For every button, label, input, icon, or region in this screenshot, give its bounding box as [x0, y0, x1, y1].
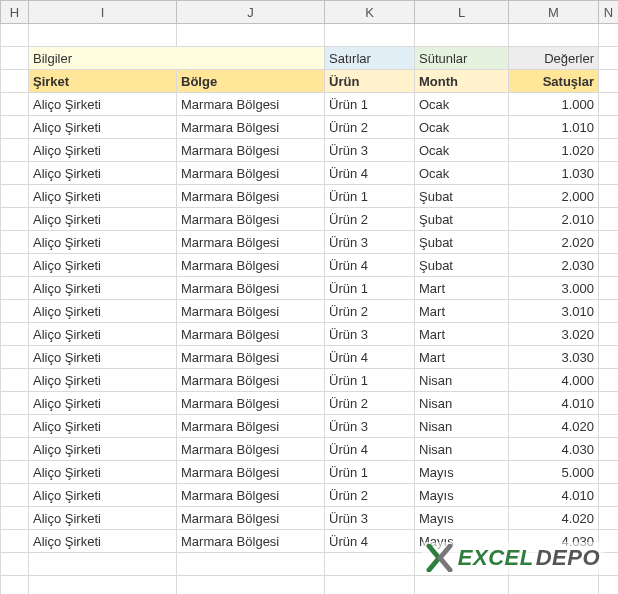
cell[interactable] [599, 93, 619, 116]
cell-satuslar[interactable]: 4.030 [509, 438, 599, 461]
cell-month[interactable]: Şubat [415, 231, 509, 254]
cell-sirket[interactable]: Aliço Şirketi [29, 185, 177, 208]
cell[interactable] [1, 47, 29, 70]
cell-urun[interactable]: Ürün 2 [325, 300, 415, 323]
section-satirlar[interactable]: Satırlar [325, 47, 415, 70]
cell-bolge[interactable]: Marmara Bölgesi [177, 415, 325, 438]
cell-month[interactable]: Mayıs [415, 461, 509, 484]
cell-satuslar[interactable]: 4.010 [509, 484, 599, 507]
cell[interactable] [509, 576, 599, 595]
cell[interactable] [29, 24, 177, 47]
cell-sirket[interactable]: Aliço Şirketi [29, 438, 177, 461]
cell-month[interactable]: Nisan [415, 369, 509, 392]
header-urun[interactable]: Ürün [325, 70, 415, 93]
cell-bolge[interactable]: Marmara Bölgesi [177, 507, 325, 530]
cell-sirket[interactable]: Aliço Şirketi [29, 484, 177, 507]
cell[interactable] [1, 461, 29, 484]
header-bolge[interactable]: Bölge [177, 70, 325, 93]
table-row[interactable]: Aliço ŞirketiMarmara BölgesiÜrün 1Mayıs5… [1, 461, 619, 484]
table-row[interactable]: Aliço ŞirketiMarmara BölgesiÜrün 2Şubat2… [1, 208, 619, 231]
cell[interactable] [1, 553, 29, 576]
table-row[interactable]: Aliço ŞirketiMarmara BölgesiÜrün 4Ocak1.… [1, 162, 619, 185]
cell-bolge[interactable]: Marmara Bölgesi [177, 139, 325, 162]
cell-month[interactable]: Şubat [415, 185, 509, 208]
cell[interactable] [1, 277, 29, 300]
cell[interactable] [1, 254, 29, 277]
cell-sirket[interactable]: Aliço Şirketi [29, 93, 177, 116]
cell[interactable] [1, 70, 29, 93]
cell-urun[interactable]: Ürün 3 [325, 507, 415, 530]
cell-urun[interactable]: Ürün 3 [325, 323, 415, 346]
section-degerler[interactable]: Değerler [509, 47, 599, 70]
cell-satuslar[interactable]: 1.030 [509, 162, 599, 185]
cell[interactable] [1, 530, 29, 553]
cell-month[interactable]: Şubat [415, 254, 509, 277]
cell-month[interactable]: Mart [415, 277, 509, 300]
table-row[interactable]: Aliço ŞirketiMarmara BölgesiÜrün 3Şubat2… [1, 231, 619, 254]
table-row[interactable]: Aliço ŞirketiMarmara BölgesiÜrün 1Nisan4… [1, 369, 619, 392]
cell-bolge[interactable]: Marmara Bölgesi [177, 323, 325, 346]
cell-urun[interactable]: Ürün 3 [325, 231, 415, 254]
cell-month[interactable]: Ocak [415, 162, 509, 185]
table-row[interactable]: Aliço ŞirketiMarmara BölgesiÜrün 2Ocak1.… [1, 116, 619, 139]
col-header-k[interactable]: K [325, 1, 415, 24]
cell-month[interactable]: Ocak [415, 116, 509, 139]
table-row[interactable]: Aliço ŞirketiMarmara BölgesiÜrün 4Mart3.… [1, 346, 619, 369]
cell-month[interactable]: Mart [415, 346, 509, 369]
cell[interactable] [1, 484, 29, 507]
cell-satuslar[interactable]: 3.010 [509, 300, 599, 323]
cell[interactable] [415, 24, 509, 47]
cell[interactable] [1, 93, 29, 116]
cell-satuslar[interactable]: 4.020 [509, 415, 599, 438]
cell-urun[interactable]: Ürün 4 [325, 346, 415, 369]
cell-sirket[interactable]: Aliço Şirketi [29, 323, 177, 346]
cell[interactable] [415, 576, 509, 595]
cell[interactable] [1, 576, 29, 595]
cell-satuslar[interactable]: 5.000 [509, 461, 599, 484]
cell-sirket[interactable]: Aliço Şirketi [29, 300, 177, 323]
cell-month[interactable]: Mart [415, 300, 509, 323]
cell[interactable] [325, 576, 415, 595]
cell-bolge[interactable]: Marmara Bölgesi [177, 484, 325, 507]
cell-bolge[interactable]: Marmara Bölgesi [177, 461, 325, 484]
cell[interactable] [599, 323, 619, 346]
cell[interactable] [1, 24, 29, 47]
cell-bolge[interactable]: Marmara Bölgesi [177, 162, 325, 185]
cell-satuslar[interactable]: 4.010 [509, 392, 599, 415]
cell-urun[interactable]: Ürün 3 [325, 415, 415, 438]
cell[interactable] [177, 24, 325, 47]
cell-bolge[interactable]: Marmara Bölgesi [177, 346, 325, 369]
cell-sirket[interactable]: Aliço Şirketi [29, 530, 177, 553]
cell-satuslar[interactable]: 3.030 [509, 346, 599, 369]
cell-bolge[interactable]: Marmara Bölgesi [177, 93, 325, 116]
cell-sirket[interactable]: Aliço Şirketi [29, 254, 177, 277]
cell-satuslar[interactable]: 2.020 [509, 231, 599, 254]
cell-month[interactable]: Nisan [415, 438, 509, 461]
col-header-l[interactable]: L [415, 1, 509, 24]
cell-urun[interactable]: Ürün 4 [325, 530, 415, 553]
cell[interactable] [599, 576, 619, 595]
cell[interactable] [1, 162, 29, 185]
cell-satuslar[interactable]: 2.030 [509, 254, 599, 277]
cell[interactable] [325, 553, 415, 576]
cell[interactable] [29, 576, 177, 595]
section-row[interactable]: Bilgiler Satırlar Sütunlar Değerler [1, 47, 619, 70]
cell-bolge[interactable]: Marmara Bölgesi [177, 185, 325, 208]
cell[interactable] [1, 300, 29, 323]
cell-sirket[interactable]: Aliço Şirketi [29, 139, 177, 162]
cell-urun[interactable]: Ürün 1 [325, 461, 415, 484]
cell[interactable] [1, 323, 29, 346]
column-header-row[interactable]: H I J K L M N [1, 1, 619, 24]
col-header-h[interactable]: H [1, 1, 29, 24]
cell-satuslar[interactable]: 1.010 [509, 116, 599, 139]
cell-month[interactable]: Mayıs [415, 484, 509, 507]
cell-bolge[interactable]: Marmara Bölgesi [177, 208, 325, 231]
cell-sirket[interactable]: Aliço Şirketi [29, 415, 177, 438]
table-row[interactable]: Aliço ŞirketiMarmara BölgesiÜrün 3Ocak1.… [1, 139, 619, 162]
cell-bolge[interactable]: Marmara Bölgesi [177, 530, 325, 553]
cell[interactable] [599, 277, 619, 300]
cell-urun[interactable]: Ürün 4 [325, 162, 415, 185]
cell-satuslar[interactable]: 4.000 [509, 369, 599, 392]
cell[interactable] [599, 47, 619, 70]
header-month[interactable]: Month [415, 70, 509, 93]
